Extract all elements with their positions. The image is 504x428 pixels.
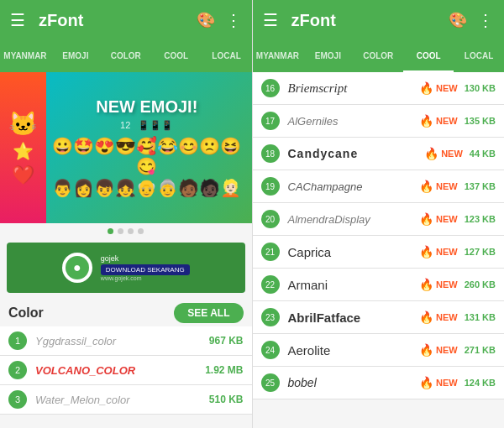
right-font-item-17[interactable]: 17 AlGerniles 🔥NEW 135 KB	[253, 105, 505, 138]
right-size-23: 131 KB	[465, 312, 496, 322]
right-tab-local[interactable]: LOCAL	[454, 40, 504, 72]
left-tab-local[interactable]: LOCAL	[202, 40, 252, 72]
fire-icon-25: 🔥	[419, 376, 433, 389]
banner-subtitle: 12 📱📱📱	[42, 120, 252, 131]
right-size-16: 130 KB	[465, 83, 496, 93]
fire-icon-18: 🔥	[424, 147, 438, 160]
ad-banner[interactable]: ● gojek DOWNLOAD SEKARANG www.gojek.com	[7, 243, 245, 293]
right-font-item-19[interactable]: 19 CAChampagne 🔥NEW 137 KB	[253, 170, 505, 203]
new-label-16: NEW	[436, 83, 458, 93]
right-num-24: 24	[261, 341, 280, 359]
right-font-name-16: Briemscript	[288, 81, 420, 96]
carousel-dots	[0, 223, 252, 239]
font-item-1[interactable]: 1 Yggdrassil_color 967 KB	[0, 326, 252, 356]
font-number-3: 3	[8, 390, 27, 409]
font-size-1: 967 KB	[209, 335, 244, 347]
new-badge-21: 🔥NEW	[419, 245, 458, 258]
ad-logo-inner: ●	[66, 256, 89, 279]
right-num-17: 17	[261, 112, 280, 130]
see-all-button[interactable]: SEE ALL	[174, 303, 243, 323]
right-font-name-21: Caprica	[288, 245, 420, 259]
new-label-21: NEW	[436, 247, 458, 257]
right-font-item-25[interactable]: 25 bobel 🔥NEW 124 KB	[253, 367, 505, 399]
right-num-20: 20	[261, 210, 280, 228]
left-tab-cool[interactable]: COOL	[151, 40, 202, 72]
new-badge-16: 🔥NEW	[419, 81, 458, 95]
new-badge-20: 🔥NEW	[419, 212, 458, 226]
right-tab-myanmar[interactable]: MYANMAR	[253, 40, 303, 72]
right-menu-icon[interactable]: ☰	[263, 10, 278, 30]
new-badge-24: 🔥NEW	[419, 343, 458, 357]
right-num-22: 22	[261, 275, 280, 294]
font-item-3[interactable]: 3 Water_Melon_color 510 KB	[0, 385, 252, 415]
right-num-25: 25	[261, 373, 280, 392]
right-tab-cool[interactable]: COOL	[403, 40, 454, 72]
right-font-name-24: Aerolite	[288, 343, 420, 358]
right-font-name-20: AlmendraDisplay	[288, 213, 420, 226]
fire-icon-16: 🔥	[419, 81, 433, 95]
color-section-title: Color	[8, 305, 44, 321]
right-font-item-18[interactable]: 18 Candycane 🔥NEW 44 KB	[253, 138, 505, 170]
left-tab-emoji[interactable]: EMOJI	[50, 40, 101, 72]
right-tab-color[interactable]: COLOR	[353, 40, 403, 72]
right-num-21: 21	[261, 243, 280, 261]
right-size-19: 137 KB	[465, 181, 496, 191]
left-header-actions: 🎨 ⋮	[197, 10, 242, 30]
font-size-3: 510 KB	[209, 394, 244, 405]
dot-1[interactable]	[108, 228, 113, 234]
dot-3[interactable]	[128, 228, 134, 234]
new-label-19: NEW	[436, 181, 458, 191]
dot-4[interactable]	[138, 228, 144, 234]
right-size-18: 44 KB	[470, 149, 496, 159]
right-font-name-17: AlGerniles	[288, 115, 420, 128]
right-font-item-22[interactable]: 22 Armani 🔥NEW 260 KB	[253, 269, 505, 301]
ad-text: gojek DOWNLOAD SEKARANG www.gojek.com	[101, 254, 190, 281]
new-label-22: NEW	[436, 279, 458, 290]
left-tab-color[interactable]: COLOR	[101, 40, 151, 72]
right-font-name-19: CAChampagne	[288, 180, 420, 193]
fire-icon-23: 🔥	[419, 311, 433, 324]
banner-carousel[interactable]: 🐱 ⭐ ❤️ NEW EMOJI! 12 📱📱📱 😀🤩😍😎🥰😂😊🙁😆😋 👨👩👦👧…	[0, 72, 252, 223]
right-more-icon[interactable]: ⋮	[477, 10, 494, 30]
new-badge-19: 🔥NEW	[419, 180, 458, 193]
right-font-name-18: Candycane	[288, 147, 425, 160]
fire-icon-19: 🔥	[419, 180, 433, 193]
right-font-name-22: Armani	[288, 278, 420, 292]
right-content: 16 Briemscript 🔥NEW 130 KB 17 AlGerniles…	[253, 72, 505, 428]
left-tab-myanmar[interactable]: MYANMAR	[0, 40, 50, 72]
dot-2[interactable]	[118, 228, 123, 234]
right-font-item-21[interactable]: 21 Caprica 🔥NEW 127 KB	[253, 236, 505, 269]
ad-cta: DOWNLOAD SEKARANG	[101, 264, 190, 275]
right-font-item-20[interactable]: 20 AlmendraDisplay 🔥NEW 123 KB	[253, 203, 505, 236]
new-badge-25: 🔥NEW	[419, 376, 458, 389]
right-font-name-23: AbrilFatface	[288, 311, 420, 325]
left-palette-icon[interactable]: 🎨	[197, 11, 215, 29]
banner-emojis2: 👨👩👦👧👴👵🧑🏾🧑🏿👱🏻	[42, 178, 252, 198]
right-font-item-23[interactable]: 23 AbrilFatface 🔥NEW 131 KB	[253, 301, 505, 334]
ad-url: www.gojek.com	[101, 275, 190, 281]
right-palette-icon[interactable]: 🎨	[449, 11, 467, 29]
right-tab-emoji[interactable]: EMOJI	[302, 40, 353, 72]
new-badge-23: 🔥NEW	[419, 311, 458, 324]
right-panel: ☰ zFont 🎨 ⋮ MYANMAR EMOJI COLOR COOL LOC…	[253, 0, 505, 428]
fire-icon-21: 🔥	[419, 245, 433, 258]
left-menu-icon[interactable]: ☰	[10, 10, 25, 30]
color-section-header: Color SEE ALL	[0, 296, 252, 326]
fire-icon-22: 🔥	[419, 278, 433, 291]
right-header-actions: 🎨 ⋮	[449, 10, 494, 30]
left-header: ☰ zFont 🎨 ⋮	[0, 0, 252, 40]
font-item-2[interactable]: 2 VOLCANO_COLOR 1.92 MB	[0, 356, 252, 385]
left-more-icon[interactable]: ⋮	[225, 10, 242, 30]
left-app-title: zFont	[39, 11, 197, 30]
new-label-17: NEW	[436, 116, 458, 126]
right-num-18: 18	[261, 144, 280, 163]
right-font-item-16[interactable]: 16 Briemscript 🔥NEW 130 KB	[253, 72, 505, 105]
right-font-item-24[interactable]: 24 Aerolite 🔥NEW 271 KB	[253, 334, 505, 367]
right-size-21: 127 KB	[465, 247, 496, 257]
right-size-25: 124 KB	[465, 378, 496, 388]
left-nav-tabs: MYANMAR EMOJI COLOR COOL LOCAL	[0, 40, 252, 72]
font-number-1: 1	[8, 331, 27, 350]
fire-icon-20: 🔥	[419, 212, 433, 226]
new-badge-22: 🔥NEW	[419, 278, 458, 291]
ad-inner: ● gojek DOWNLOAD SEKARANG www.gojek.com	[62, 253, 190, 283]
